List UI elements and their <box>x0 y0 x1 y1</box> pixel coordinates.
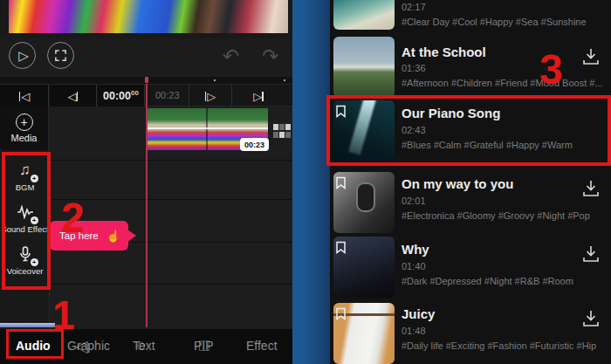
screenshot-stage: ▷ ↶ ↷ ◁ ◁ 00:0000 00:23 ▷ <box>0 0 611 364</box>
song-tags: #Electronica #Gloomy #Groovy #Night #Pop <box>402 210 590 221</box>
song-tags: #Clear Day #Cool #Happy #Sea #Sunshine <box>402 17 587 27</box>
download-icon[interactable] <box>581 244 601 264</box>
playhead-line[interactable] <box>146 84 148 327</box>
step-forward-button[interactable]: ▷ <box>189 85 231 107</box>
current-timecode: 00:0000 <box>98 85 145 107</box>
song-title: Why <box>402 242 429 257</box>
android-recents-icon[interactable]: □ <box>199 336 209 355</box>
song-thumbnail <box>333 37 395 98</box>
tap-hand-icon: ☝ <box>106 230 120 243</box>
undo-icon[interactable]: ↶ <box>223 44 239 68</box>
tooltip-tail <box>127 230 136 242</box>
play-icon[interactable]: ▷ <box>9 42 36 69</box>
redo-icon[interactable]: ↷ <box>262 44 278 68</box>
song-tags: #Daily life #Exciting #Fashion #Futurist… <box>402 340 596 351</box>
step-back-button[interactable]: ◁ <box>50 85 97 107</box>
song-tags: #Afternoon #Children #Friend #Mood Boost… <box>402 78 603 88</box>
tab-graphic[interactable]: Graphic <box>67 339 110 353</box>
annotation-box-step2 <box>2 152 51 290</box>
song-title: On my way to you <box>402 176 513 191</box>
ruler-dot <box>284 79 285 81</box>
annotation-number-1: 1 <box>52 295 75 335</box>
song-tags: #Dark #Depressed #Night #R&B #Room <box>402 276 573 286</box>
download-icon[interactable] <box>581 178 601 199</box>
song-duration: 01:36 <box>402 63 426 73</box>
annotation-box-step3 <box>326 95 611 166</box>
transport-bar: ▷ ↶ ↷ <box>0 38 292 77</box>
android-home-icon[interactable]: ○ <box>136 336 146 355</box>
music-library-panel: 02:17 #Clear Day #Cool #Happy #Sea #Suns… <box>330 0 611 364</box>
bookmark-icon[interactable] <box>335 307 347 320</box>
bookmark-icon[interactable] <box>335 241 347 254</box>
timeline-ruler[interactable] <box>0 77 292 84</box>
song-title: Juicy <box>402 306 435 321</box>
plus-icon: + <box>16 113 33 131</box>
download-icon[interactable] <box>581 308 601 329</box>
playhead-marker[interactable] <box>145 77 148 83</box>
video-preview <box>9 0 288 33</box>
media-label: Media <box>11 133 38 143</box>
skip-to-end-button[interactable]: ▷ <box>231 85 285 107</box>
song-duration: 02:01 <box>402 196 426 206</box>
ruler-time-label: 00:23 <box>155 90 180 100</box>
tab-effect[interactable]: Effect <box>246 339 278 353</box>
cover-frames-icon[interactable] <box>273 124 291 138</box>
bookmark-icon[interactable] <box>335 176 347 189</box>
clip-duration-badge: 00:23 <box>240 138 269 151</box>
annotation-number-3: 3 <box>539 49 563 91</box>
song-title: At the School <box>402 45 486 59</box>
clip-audio-line <box>147 127 268 129</box>
add-media-button[interactable]: + Media <box>0 106 49 150</box>
song-duration: 01:40 <box>402 261 426 271</box>
song-duration: 02:17 <box>402 2 426 12</box>
song-thumbnail <box>333 0 395 30</box>
ruler-dot <box>214 79 216 81</box>
fullscreen-icon[interactable] <box>47 42 74 69</box>
annotation-number-2: 2 <box>61 197 85 239</box>
song-duration: 01:48 <box>402 326 426 336</box>
added-audio-strip <box>0 323 55 327</box>
download-icon[interactable] <box>581 46 601 67</box>
skip-to-start-button[interactable]: ◁ <box>0 85 49 107</box>
android-back-icon[interactable]: ◁ <box>75 336 88 356</box>
